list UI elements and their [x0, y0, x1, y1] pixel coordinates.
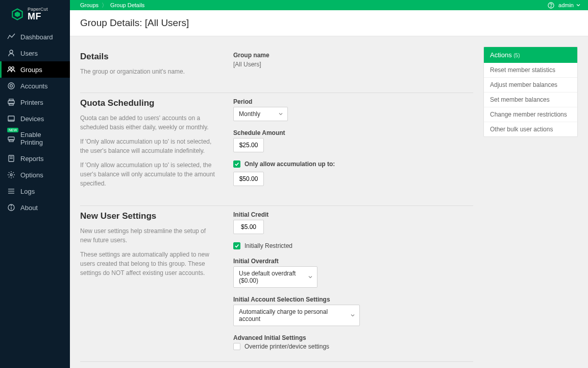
nav-options[interactable]: Options: [0, 167, 70, 183]
chevron-down-icon: [576, 3, 581, 8]
nav-label: About: [20, 204, 38, 212]
section-title: New User Settings: [80, 211, 218, 221]
svg-point-5: [8, 83, 14, 89]
chevron-down-icon: [308, 274, 313, 280]
nav: Dashboard Users Groups Accounts Printers…: [0, 29, 70, 216]
sidebar: PaperCut MF Dashboard Users Groups Accou…: [0, 0, 70, 368]
nav-logs[interactable]: Logs: [0, 183, 70, 199]
enable-printing-icon: [7, 134, 15, 143]
override-printer-label: Override printer/device settings: [244, 343, 329, 350]
page-header: Group Details: [All Users]: [70, 10, 588, 36]
account-selection-select[interactable]: Automatically charge to personal account: [233, 305, 360, 326]
brand-big: MF: [28, 12, 48, 21]
gear-icon: [7, 171, 15, 179]
initial-credit-input[interactable]: [233, 220, 264, 234]
section-title: Details: [80, 52, 218, 62]
initial-overdraft-label: Initial Overdraft: [233, 258, 473, 265]
user-name: admin: [558, 2, 574, 8]
topbar: Groups 〉 Group Details admin: [70, 0, 588, 10]
initially-restricted-label: Initially Restricted: [244, 242, 292, 249]
nav-about[interactable]: About: [0, 199, 70, 216]
period-label: Period: [233, 98, 473, 105]
initial-overdraft-value: Use default overdraft ($0.00): [239, 270, 296, 284]
nav-printers[interactable]: Printers: [0, 94, 70, 110]
nav-users[interactable]: Users: [0, 45, 70, 61]
nav-label: Options: [20, 171, 43, 179]
actions-title: Actions: [490, 51, 512, 59]
svg-point-2: [10, 50, 13, 53]
nav-label: Reports: [20, 155, 44, 163]
groups-icon: [7, 65, 15, 74]
period-select[interactable]: Monthly: [233, 107, 288, 121]
nav-label: Devices: [20, 115, 44, 123]
logo-icon: [10, 7, 24, 21]
schedule-amount-label: Schedule Amount: [233, 129, 473, 136]
breadcrumb: Groups 〉 Group Details: [80, 2, 144, 9]
svg-rect-9: [9, 103, 13, 105]
nav-dashboard[interactable]: Dashboard: [0, 29, 70, 45]
chevron-down-icon: [278, 111, 283, 117]
new-badge: NEW: [7, 128, 18, 132]
override-printer-checkbox[interactable]: [233, 343, 240, 350]
period-value: Monthly: [239, 110, 260, 118]
svg-point-4: [12, 67, 14, 70]
section-desc: The group or organization unit's name.: [80, 67, 218, 76]
section-desc: These settings are automatically applied…: [80, 250, 218, 278]
initial-overdraft-select[interactable]: Use default overdraft ($0.00): [233, 266, 317, 288]
initially-restricted-checkbox[interactable]: [233, 242, 240, 249]
action-change-restrictions[interactable]: Change member restrictions: [484, 107, 577, 122]
section-desc: Quota can be added to users' accounts on…: [80, 113, 218, 132]
advanced-initial-label: Advanced Initial Settings: [233, 334, 473, 341]
nav-label: Logs: [20, 188, 35, 195]
action-set-balances[interactable]: Set member balances: [484, 93, 577, 107]
user-menu[interactable]: admin: [558, 2, 581, 8]
group-name-label: Group name: [233, 52, 473, 59]
section-new-user: New User Settings New user settings help…: [80, 206, 473, 362]
svg-point-3: [9, 67, 11, 70]
svg-rect-13: [9, 140, 13, 142]
svg-marker-1: [15, 12, 20, 17]
nav-label: Users: [20, 50, 38, 57]
printers-icon: [7, 98, 15, 106]
button-row: Cancel OK Apply: [80, 362, 473, 368]
svg-point-25: [551, 6, 551, 7]
logs-icon: [7, 187, 15, 195]
devices-icon: [7, 114, 15, 123]
action-other-bulk[interactable]: Other bulk user actions: [484, 122, 577, 136]
nav-groups[interactable]: Groups: [0, 61, 70, 78]
breadcrumb-groups[interactable]: Groups: [80, 2, 99, 8]
chevron-down-icon: [350, 313, 355, 318]
section-desc: If 'Only allow accumulation up to' is no…: [80, 137, 218, 155]
accumulation-label: Only allow accumulation up to:: [244, 160, 335, 168]
accounts-icon: [7, 82, 15, 90]
section-quota: Quota Scheduling Quota can be added to u…: [80, 93, 473, 206]
logo: PaperCut MF: [0, 0, 70, 29]
about-icon: [7, 203, 15, 212]
section-title: Quota Scheduling: [80, 98, 218, 108]
page-title: Group Details: [All Users]: [80, 17, 578, 29]
accumulation-amount-input[interactable]: [233, 172, 264, 186]
svg-point-23: [11, 205, 12, 206]
help-icon[interactable]: [548, 2, 554, 9]
actions-count: (5): [513, 53, 520, 58]
schedule-amount-input[interactable]: [233, 138, 264, 152]
account-selection-value: Automatically charge to personal account: [239, 308, 328, 323]
section-desc: If 'Only allow accumulation up to' is se…: [80, 160, 218, 188]
section-desc: New user settings help streamline the se…: [80, 226, 218, 245]
nav-reports[interactable]: Reports: [0, 150, 70, 167]
nav-devices[interactable]: Devices: [0, 110, 70, 127]
action-reset-stats[interactable]: Reset member statistics: [484, 63, 577, 78]
accumulation-checkbox[interactable]: [233, 160, 240, 168]
action-adjust-balances[interactable]: Adjust member balances: [484, 78, 577, 93]
nav-enable-printing[interactable]: NEW Enable Printing: [0, 127, 70, 150]
nav-accounts[interactable]: Accounts: [0, 78, 70, 94]
breadcrumb-sep-icon: 〉: [102, 2, 107, 9]
actions-panel: Actions (5) Reset member statistics Adju…: [483, 47, 578, 137]
breadcrumb-current[interactable]: Group Details: [110, 2, 144, 8]
nav-label: Printers: [20, 99, 43, 106]
actions-header: Actions (5): [484, 47, 577, 63]
section-details: Details The group or organization unit's…: [80, 47, 473, 93]
nav-label: Enable Printing: [20, 131, 63, 146]
nav-label: Dashboard: [20, 33, 53, 41]
nav-label: Accounts: [20, 82, 47, 90]
